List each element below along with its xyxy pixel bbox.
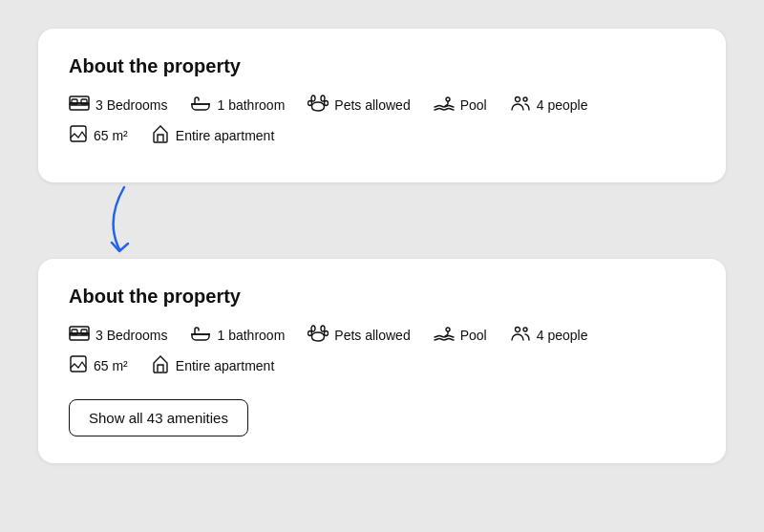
svg-point-9 xyxy=(325,101,329,106)
card1-bedrooms: 3 Bedrooms xyxy=(69,96,167,114)
card2-pets-label: Pets allowed xyxy=(334,328,410,343)
card1-pets: Pets allowed xyxy=(308,95,410,115)
arrow-connector xyxy=(96,182,172,259)
svg-point-7 xyxy=(321,96,325,101)
bath-icon xyxy=(190,96,211,114)
pets-icon xyxy=(308,95,329,115)
card2-type: Entire apartment xyxy=(151,354,275,376)
home-icon-2 xyxy=(151,354,170,376)
card1-type: Entire apartment xyxy=(151,124,275,146)
show-amenities-button[interactable]: Show all 43 amenities xyxy=(69,399,248,436)
card1-people: 4 people xyxy=(510,96,588,114)
bath-icon-2 xyxy=(190,326,211,344)
svg-point-23 xyxy=(325,331,329,336)
card1-pool-label: Pool xyxy=(460,97,487,113)
card2-pool-label: Pool xyxy=(460,328,487,343)
bed-icon-2 xyxy=(69,326,90,344)
card2-people-label: 4 people xyxy=(537,328,588,343)
card1-amenities-row1: 3 Bedrooms 1 bathroom xyxy=(69,95,695,115)
card1-bedrooms-label: 3 Bedrooms xyxy=(96,97,167,113)
svg-point-21 xyxy=(321,326,325,331)
home-icon xyxy=(151,124,170,146)
card1-amenities-row2: 65 m² Entire apartment xyxy=(69,124,695,146)
size-icon xyxy=(69,124,88,146)
arrow-svg xyxy=(96,182,172,259)
card2-bedrooms-label: 3 Bedrooms xyxy=(96,328,167,343)
card1-people-label: 4 people xyxy=(537,97,588,113)
svg-point-11 xyxy=(515,97,520,102)
card1-pool: Pool xyxy=(434,96,487,114)
card2-bathroom-label: 1 bathroom xyxy=(217,328,285,343)
bed-icon xyxy=(69,96,90,114)
card2-amenities-row1: 3 Bedrooms 1 bathroom xyxy=(69,325,695,345)
card2-people: 4 people xyxy=(510,326,588,344)
card1-type-label: Entire apartment xyxy=(176,128,275,143)
card2-size-label: 65 m² xyxy=(94,358,128,373)
card1-title: About the property xyxy=(69,55,695,77)
svg-point-22 xyxy=(308,331,312,336)
svg-point-6 xyxy=(311,96,315,101)
card2-pets: Pets allowed xyxy=(308,325,410,345)
card1-bathroom-label: 1 bathroom xyxy=(217,97,285,113)
pool-icon-2 xyxy=(434,326,455,344)
svg-point-26 xyxy=(523,328,527,331)
card2-size: 65 m² xyxy=(69,354,128,376)
card2-type-label: Entire apartment xyxy=(176,358,275,373)
card1-size-label: 65 m² xyxy=(94,128,128,143)
people-icon xyxy=(510,96,531,114)
card2-pool: Pool xyxy=(434,326,487,344)
card2-title: About the property xyxy=(69,286,695,308)
card2-bathroom: 1 bathroom xyxy=(190,326,285,344)
people-icon-2 xyxy=(510,326,531,344)
svg-point-12 xyxy=(523,97,527,101)
card1-size: 65 m² xyxy=(69,124,128,146)
svg-point-20 xyxy=(311,326,315,331)
pets-icon-2 xyxy=(308,325,329,345)
property-card-2: About the property 3 Bedrooms xyxy=(38,259,726,463)
card2-amenities-row2: 65 m² Entire apartment xyxy=(69,354,695,376)
property-card-1: About the property 3 Bedrooms xyxy=(38,29,726,182)
svg-point-8 xyxy=(308,101,312,106)
card1-pets-label: Pets allowed xyxy=(334,97,410,113)
card2-bedrooms: 3 Bedrooms xyxy=(69,326,167,344)
card1-bathroom: 1 bathroom xyxy=(190,96,285,114)
svg-point-25 xyxy=(515,328,520,332)
pool-icon xyxy=(434,96,455,114)
size-icon-2 xyxy=(69,354,88,376)
